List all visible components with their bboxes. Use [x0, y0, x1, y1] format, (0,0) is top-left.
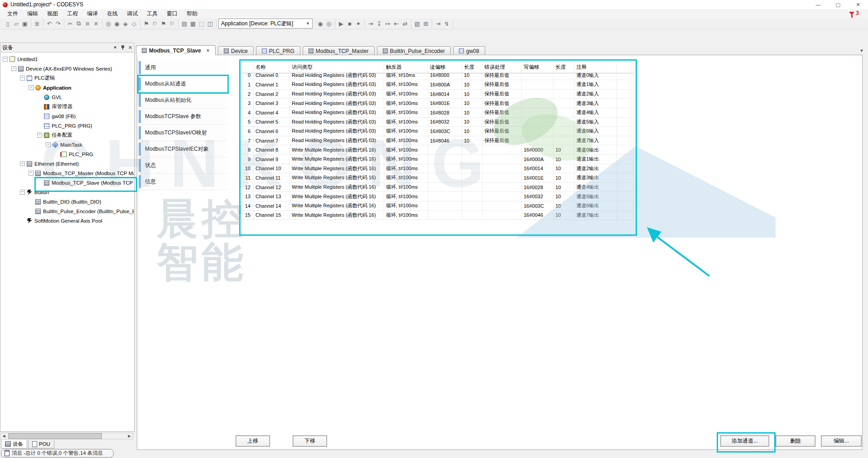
view-options-icon[interactable]: ▦: [189, 19, 197, 28]
table-cell[interactable]: 通道1输入: [574, 80, 617, 90]
nav-Modbus从站初始化[interactable]: Modbus从站初始化: [139, 92, 227, 109]
table-cell[interactable]: 通道6输入: [574, 127, 617, 136]
row-index[interactable]: 15: [242, 211, 254, 220]
cut-icon[interactable]: ✂: [66, 19, 74, 28]
table-cell[interactable]: 循环, t#100ms: [384, 108, 428, 118]
table-cell[interactable]: [428, 211, 462, 220]
table-cell[interactable]: Channel 4: [254, 108, 290, 118]
table-cell[interactable]: Channel 2: [254, 90, 290, 99]
row-index[interactable]: 10: [242, 164, 254, 174]
table-cell[interactable]: Write Multiple Registers (函数代码 16): [290, 183, 384, 192]
nav-信息[interactable]: 信息: [139, 174, 227, 190]
move-down-button[interactable]: 下移: [293, 435, 327, 447]
table-cell[interactable]: 10: [554, 192, 574, 201]
tree-item-ethernet[interactable]: −Ethernet (Ethernet): [1, 159, 134, 168]
step-over-icon[interactable]: ⇥: [366, 19, 375, 28]
nav-ModbusTCPSlave 参数[interactable]: ModbusTCPSlave 参数: [139, 109, 227, 125]
table-cell[interactable]: [462, 164, 482, 174]
expander-icon[interactable]: −: [3, 57, 8, 62]
table-cell[interactable]: 10: [554, 211, 574, 220]
replace-icon[interactable]: ◉: [113, 19, 121, 28]
row-index[interactable]: 8: [242, 145, 254, 155]
find-previous-icon[interactable]: ◇: [130, 19, 138, 28]
table-cell[interactable]: Write Multiple Registers (函数代码 16): [290, 155, 384, 164]
row-index[interactable]: 5: [242, 118, 254, 127]
tree-item-task-configuration[interactable]: −任务配置: [1, 130, 134, 140]
table-cell[interactable]: [554, 99, 574, 108]
nav-状态[interactable]: 状态: [139, 157, 227, 174]
table-cell[interactable]: Channel 7: [254, 136, 290, 146]
table-cell[interactable]: 通道3输入: [574, 99, 617, 108]
maximize-button[interactable]: ▢: [828, 0, 848, 9]
table-cell[interactable]: [617, 192, 633, 201]
table-cell[interactable]: [428, 145, 462, 155]
nav-ModbusTCPSlaveIEC对象[interactable]: ModbusTCPSlaveIEC对象: [139, 141, 227, 157]
pin-icon[interactable]: [121, 45, 125, 50]
table-cell[interactable]: [554, 136, 574, 146]
tree-item-device[interactable]: −Device (AX-8xxEP0 Windows Series): [1, 64, 134, 73]
tab-device[interactable]: Device: [218, 46, 254, 55]
menu-item-5[interactable]: 在线: [102, 9, 122, 19]
table-cell[interactable]: Read Holding Registers (函数代码 03): [290, 90, 384, 99]
panel-tab-pou[interactable]: POU: [28, 440, 54, 448]
table-cell[interactable]: 16#801E: [428, 99, 462, 108]
edit-button[interactable]: 编辑...: [821, 435, 862, 447]
bookmark-next-icon[interactable]: ⚑: [159, 19, 168, 28]
table-cell[interactable]: 10: [554, 155, 574, 164]
table-cell[interactable]: [462, 155, 482, 164]
table-cell[interactable]: [482, 173, 522, 183]
table-cell[interactable]: Read Holding Registers (函数代码 03): [290, 80, 384, 90]
table-cell[interactable]: [428, 164, 462, 174]
row-index[interactable]: 3: [242, 99, 254, 108]
bookmark-clear-icon[interactable]: ⚐: [168, 19, 176, 28]
notification-area[interactable]: 3: [849, 10, 859, 16]
table-cell[interactable]: Write Multiple Registers (函数代码 16): [290, 211, 384, 220]
table-cell[interactable]: [462, 183, 482, 192]
status-bar[interactable]: 消息 -总计 0 个错误,0 个警告,14 条消息: [1, 449, 114, 458]
table-cell[interactable]: [617, 99, 633, 108]
flow-control-icon[interactable]: ⇥: [434, 19, 442, 28]
table-cell[interactable]: [522, 136, 554, 146]
table-cell[interactable]: [482, 183, 522, 192]
table-cell[interactable]: Channel 8: [254, 145, 290, 155]
table-cell[interactable]: [428, 201, 462, 211]
table-cell[interactable]: 保持最后值: [482, 99, 522, 108]
table-cell[interactable]: 16#8014: [428, 90, 462, 99]
tree-item-builtin-dio[interactable]: BuiltIn_DIO (BuiltIn_DIO): [1, 197, 134, 206]
table-cell[interactable]: Channel 9: [254, 155, 290, 164]
table-cell[interactable]: 保持最后值: [482, 127, 522, 136]
scroll-right-icon[interactable]: ▶: [126, 433, 133, 439]
menu-item-6[interactable]: 调试: [122, 9, 142, 19]
table-cell[interactable]: Read Holding Registers (函数代码 03): [290, 118, 384, 127]
table-cell[interactable]: 通道6输出: [574, 201, 617, 211]
expander-icon[interactable]: −: [11, 66, 16, 71]
copy-icon[interactable]: ⧉: [75, 19, 83, 28]
table-cell[interactable]: [617, 118, 633, 127]
tree-item-plc-logic[interactable]: −PLC逻辑: [1, 73, 134, 83]
table-cell[interactable]: 循环, t#100ms: [384, 201, 428, 211]
table-cell[interactable]: 10: [462, 136, 482, 146]
menu-item-3[interactable]: 工程: [63, 9, 82, 19]
table-cell[interactable]: [482, 164, 522, 174]
call-stack-icon[interactable]: ⊞: [422, 19, 430, 28]
tab-list-dropdown-icon[interactable]: ▼: [858, 47, 865, 54]
table-cell[interactable]: Read Holding Registers (函数代码 03): [290, 99, 384, 108]
table-cell[interactable]: [617, 136, 633, 146]
table-cell[interactable]: [522, 118, 554, 127]
table-cell[interactable]: Channel 14: [254, 201, 290, 211]
table-cell[interactable]: [554, 118, 574, 127]
row-index[interactable]: 1: [242, 80, 254, 90]
tab-gw08[interactable]: gw08: [453, 46, 485, 55]
table-cell[interactable]: 保持最后值: [482, 80, 522, 90]
table-cell[interactable]: 16#0032: [522, 192, 554, 201]
table-cell[interactable]: Channel 15: [254, 211, 290, 220]
table-cell[interactable]: 通道2输入: [574, 90, 617, 99]
table-cell[interactable]: 循环, t#100ms: [384, 145, 428, 155]
table-cell[interactable]: [428, 192, 462, 201]
table-cell[interactable]: 16#8000: [428, 71, 462, 81]
table-cell[interactable]: 循环, t#100ms: [384, 164, 428, 174]
table-cell[interactable]: 16#0028: [522, 183, 554, 192]
table-cell[interactable]: Channel 5: [254, 118, 290, 127]
table-cell[interactable]: 16#0046: [522, 211, 554, 220]
table-cell[interactable]: 16#003C: [522, 201, 554, 211]
